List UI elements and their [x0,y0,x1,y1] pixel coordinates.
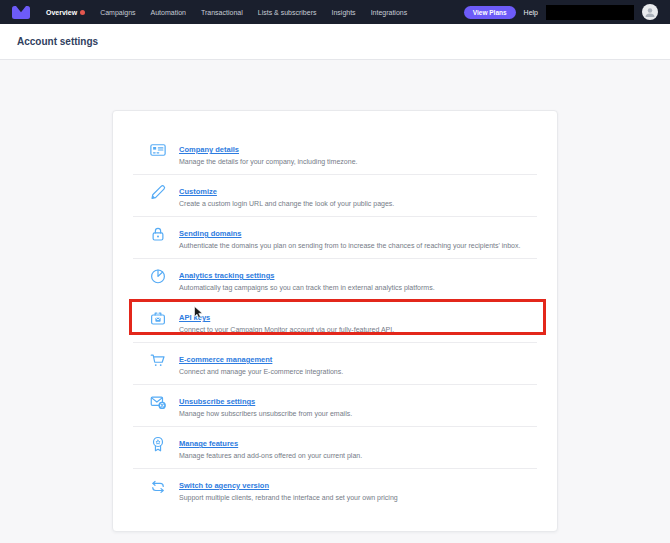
page-header: Account settings [0,24,670,60]
item-text: Analytics tracking settings Automaticall… [179,264,435,292]
nav-item-insights[interactable]: Insights [332,9,356,16]
manage-features-badge-icon [149,435,167,453]
customize-icon [149,183,167,201]
page-title: Account settings [17,36,98,47]
nav-item-overview[interactable]: Overview [46,9,85,16]
item-description: Automatically tag campaigns so you can t… [179,283,435,292]
sending-domains-lock-icon [149,225,167,243]
company-details-icon [149,141,167,159]
nav-item-integrations[interactable]: Integrations [371,9,408,16]
ecommerce-cart-icon [149,351,167,369]
item-description: Manage features and add-ons offered on y… [179,451,362,460]
nav-item-label: Overview [46,9,77,16]
settings-item-analytics-tracking[interactable]: Analytics tracking settings Automaticall… [133,259,537,301]
view-plans-button[interactable]: View Plans [464,6,516,19]
item-description: Manage how subscribers unsubscribe from … [179,409,352,418]
settings-item-unsubscribe[interactable]: Unsubscribe settings Manage how subscrib… [133,385,537,427]
settings-item-api-keys[interactable]: API keys Connect to your Campaign Monito… [133,301,537,343]
help-link[interactable]: Help [524,9,538,16]
switch-agency-arrows-icon [149,477,167,495]
sending-domains-link[interactable]: Sending domains [179,229,242,238]
item-description: Manage the details for your company, inc… [179,157,357,166]
item-text: Company details Manage the details for y… [179,138,357,166]
user-avatar[interactable] [642,4,658,20]
redacted-account-name [546,5,634,20]
unsubscribe-envelope-icon [149,393,167,411]
item-text: API keys Connect to your Campaign Monito… [179,306,394,334]
item-text: Sending domains Authenticate the domains… [179,222,520,250]
nav-item-transactional[interactable]: Transactional [201,9,243,16]
notification-dot [80,10,85,15]
item-description: Create a custom login URL and change the… [179,199,394,208]
nav-item-automation[interactable]: Automation [151,9,186,16]
mouse-cursor [194,306,203,318]
ecommerce-link[interactable]: E-commerce management [179,355,272,364]
nav-items: Overview Campaigns Automation Transactio… [46,9,407,16]
settings-item-manage-features[interactable]: Manage features Manage features and add-… [133,427,537,469]
nav-item-lists-subscribers[interactable]: Lists & subscribers [258,9,317,16]
customize-link[interactable]: Customize [179,187,217,196]
item-text: Switch to agency version Support multipl… [179,474,398,502]
item-description: Authenticate the domains you plan on sen… [179,241,520,250]
campaign-monitor-logo-icon[interactable] [12,5,32,19]
item-text: E-commerce management Connect and manage… [179,348,343,376]
item-description: Support multiple clients, rebrand the in… [179,493,398,502]
top-navbar: Overview Campaigns Automation Transactio… [0,0,670,24]
item-text: Unsubscribe settings Manage how subscrib… [179,390,352,418]
analytics-tracking-link[interactable]: Analytics tracking settings [179,271,274,280]
settings-item-switch-agency[interactable]: Switch to agency version Support multipl… [133,469,537,511]
item-text: Manage features Manage features and add-… [179,432,362,460]
settings-item-sending-domains[interactable]: Sending domains Authenticate the domains… [133,217,537,259]
settings-item-ecommerce[interactable]: E-commerce management Connect and manage… [133,343,537,385]
api-keys-toolbox-icon [149,309,167,327]
manage-features-link[interactable]: Manage features [179,439,238,448]
settings-item-company-details[interactable]: Company details Manage the details for y… [133,133,537,175]
company-details-link[interactable]: Company details [179,145,239,154]
analytics-pie-chart-icon [149,267,167,285]
item-text: Customize Create a custom login URL and … [179,180,394,208]
item-description: Connect and manage your E-commerce integ… [179,367,343,376]
switch-agency-link[interactable]: Switch to agency version [179,481,269,490]
navbar-right: View Plans Help [464,4,658,20]
settings-item-customize[interactable]: Customize Create a custom login URL and … [133,175,537,217]
nav-item-campaigns[interactable]: Campaigns [100,9,135,16]
account-settings-card: Company details Manage the details for y… [112,110,558,532]
item-description: Connect to your Campaign Monitor account… [179,325,394,334]
unsubscribe-link[interactable]: Unsubscribe settings [179,397,255,406]
